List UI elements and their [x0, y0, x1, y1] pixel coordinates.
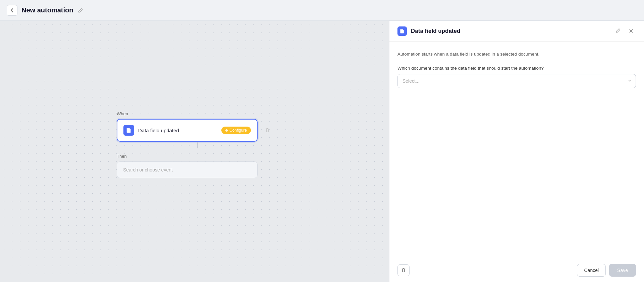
- document-question: Which document contains the data field t…: [397, 66, 636, 71]
- footer-left: [397, 264, 410, 276]
- action-search-placeholder: Search or choose event: [123, 167, 173, 172]
- then-section: Then Search or choose event: [117, 154, 272, 178]
- then-label: Then: [117, 154, 272, 159]
- automation-flow: When Data field updated Configure: [117, 111, 272, 178]
- title-area: New automation: [21, 6, 85, 15]
- when-section: When Data field updated Configure: [117, 111, 272, 142]
- main-content: When Data field updated Configure: [0, 21, 644, 282]
- action-delete-placeholder: [261, 165, 271, 175]
- right-panel-title: Data field updated: [411, 28, 610, 34]
- right-panel-header-icon: [397, 26, 407, 36]
- right-panel-header: Data field updated ✕: [389, 21, 644, 42]
- right-panel-close-button[interactable]: ✕: [626, 26, 636, 36]
- flow-connector: [197, 142, 198, 148]
- page-title: New automation: [21, 6, 73, 14]
- when-label: When: [117, 111, 272, 116]
- save-button[interactable]: Save: [609, 264, 636, 277]
- trigger-card[interactable]: Data field updated Configure: [117, 119, 258, 142]
- document-select-wrapper: Select...: [397, 74, 636, 88]
- document-select[interactable]: Select...: [397, 74, 636, 88]
- right-panel-footer: Cancel Save: [389, 258, 644, 282]
- delete-button[interactable]: [397, 264, 410, 276]
- right-panel-body: Automation starts when a data field is u…: [389, 42, 644, 258]
- trigger-card-icon: [123, 125, 134, 136]
- configure-badge[interactable]: Configure: [221, 127, 251, 134]
- cancel-button[interactable]: Cancel: [577, 264, 606, 277]
- footer-right: Cancel Save: [577, 264, 636, 277]
- right-panel: Data field updated ✕ Automation starts w…: [389, 21, 644, 282]
- right-panel-edit-button[interactable]: [614, 27, 622, 35]
- top-bar: New automation: [0, 0, 644, 21]
- back-button[interactable]: [7, 5, 17, 16]
- delete-trigger-button[interactable]: [262, 125, 272, 135]
- action-search-card[interactable]: Search or choose event: [117, 161, 258, 178]
- automation-description: Automation starts when a data field is u…: [397, 51, 636, 58]
- left-canvas: When Data field updated Configure: [0, 21, 389, 282]
- trigger-card-label: Data field updated: [138, 128, 217, 133]
- edit-title-button[interactable]: [76, 6, 85, 15]
